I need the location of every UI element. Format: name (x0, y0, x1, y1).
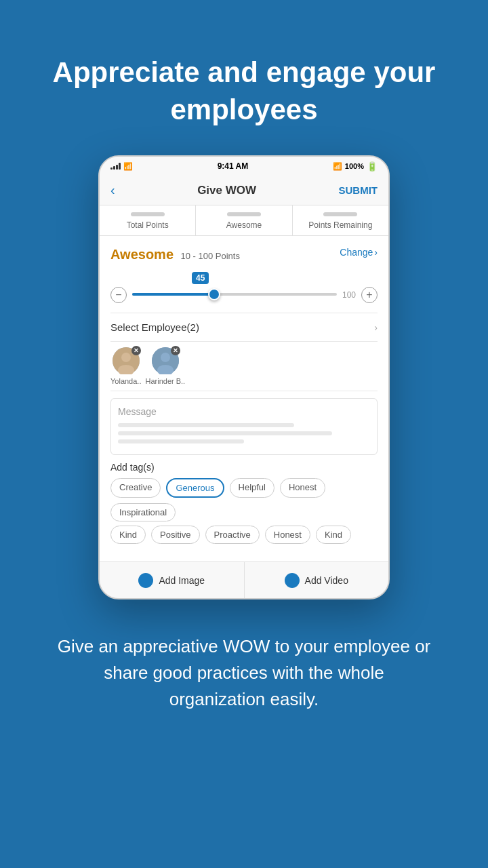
wifi-icon: 📶 (123, 162, 133, 171)
tag-helpful[interactable]: Helpful (230, 478, 274, 498)
tab-bar-decoration (131, 212, 165, 216)
back-button[interactable]: ‹ (110, 182, 115, 198)
award-range: 10 - 100 Points (180, 251, 239, 261)
slider-value-bubble: 45 (192, 272, 209, 284)
avatar-remove-badge-1[interactable]: ✕ (131, 346, 141, 355)
award-name: Awesome (110, 247, 174, 262)
points-remaining-label: Points Remaining (308, 220, 372, 230)
tag-kind-1[interactable]: Kind (110, 526, 146, 544)
tags-row-2: Kind Positive Proactive Honest Kind (110, 526, 378, 544)
footer-text: Give an appreciative WOW to your employe… (0, 633, 488, 713)
slider-row: − 100 + (110, 287, 378, 303)
main-content: Awesome 10 - 100 Points Change › 45 − (100, 236, 388, 561)
tag-proactive[interactable]: Proactive (205, 526, 260, 544)
avatar-name-2: Harinder B.. (145, 377, 185, 385)
svg-point-4 (161, 353, 170, 362)
points-tabs: Total Points Awesome Points Remaining (100, 205, 388, 236)
signal-bars-icon (110, 163, 121, 170)
message-lines (118, 423, 370, 443)
tab-total-points[interactable]: Total Points (100, 205, 196, 235)
tab-bar-decoration (323, 212, 357, 216)
slider-track[interactable] (132, 293, 337, 297)
slider-increase-button[interactable]: + (361, 287, 378, 303)
chevron-right-icon: › (374, 322, 378, 333)
battery-icon: 🔋 (367, 161, 378, 172)
tag-positive[interactable]: Positive (151, 526, 200, 544)
select-employee-label: Select Employee(2) (110, 321, 199, 333)
hero-title: Appreciate and engage your employees (0, 54, 488, 128)
tab-bar-decoration (227, 212, 261, 216)
employee-avatar-2[interactable]: ✕ Harinder B.. (145, 347, 185, 385)
add-video-icon (285, 573, 300, 588)
slider-decrease-button[interactable]: − (110, 287, 127, 303)
status-bar-left: 📶 (110, 162, 133, 171)
tag-generous[interactable]: Generous (166, 478, 224, 498)
tag-honest-1[interactable]: Honest (280, 478, 325, 498)
tab-points-remaining[interactable]: Points Remaining (293, 205, 388, 235)
tags-section: Add tag(s) Creative Generous Helpful Hon… (110, 462, 378, 544)
add-video-label: Add Video (305, 575, 348, 586)
message-placeholder: Message (118, 406, 157, 417)
avatar-name-1: Yolanda.. (110, 377, 141, 385)
tag-honest-2[interactable]: Honest (265, 526, 310, 544)
add-video-button[interactable]: Add Video (245, 562, 389, 598)
add-image-icon (138, 573, 153, 588)
tags-row-1: Creative Generous Helpful Honest Inspira… (110, 478, 378, 521)
nav-title: Give WOW (197, 184, 256, 197)
status-bar: 📶 9:41 AM 📶 100% 🔋 (100, 157, 388, 176)
tab-awesome[interactable]: Awesome (196, 205, 292, 235)
add-image-button[interactable]: Add Image (100, 562, 245, 598)
add-image-label: Add Image (159, 575, 205, 586)
slider-max-value: 100 (342, 290, 356, 300)
bottom-bar: Add Image Add Video (100, 561, 388, 598)
employee-avatar-1[interactable]: ✕ Yolanda.. (110, 347, 141, 385)
awesome-label: Awesome (226, 220, 262, 230)
message-textarea[interactable]: Message (110, 398, 378, 455)
phone-mockup: 📶 9:41 AM 📶 100% 🔋 ‹ Give WOW SUBMIT Tot… (98, 155, 390, 599)
tag-creative[interactable]: Creative (110, 478, 161, 498)
employee-avatars: ✕ Yolanda.. ✕ Harinder B.. (110, 347, 378, 391)
bluetooth-icon: 📶 (333, 162, 342, 171)
avatar-remove-badge-2[interactable]: ✕ (171, 346, 180, 355)
submit-button[interactable]: SUBMIT (338, 184, 378, 196)
tags-label: Add tag(s) (110, 462, 378, 473)
battery-label: 100% (345, 162, 364, 170)
status-bar-right: 📶 100% 🔋 (333, 161, 378, 172)
status-bar-time: 9:41 AM (218, 161, 249, 171)
chevron-right-icon: › (374, 247, 378, 258)
change-button[interactable]: Change › (340, 247, 378, 258)
select-employee-row[interactable]: Select Employee(2) › (110, 313, 378, 342)
svg-point-1 (121, 353, 131, 362)
total-points-label: Total Points (127, 220, 169, 230)
nav-bar: ‹ Give WOW SUBMIT (100, 176, 388, 205)
tag-kind-2[interactable]: Kind (316, 526, 351, 544)
award-type: Awesome 10 - 100 Points Change › (110, 247, 378, 262)
slider-section: 45 − 100 + (110, 272, 378, 303)
tag-inspirational[interactable]: Inspirational (110, 503, 176, 521)
